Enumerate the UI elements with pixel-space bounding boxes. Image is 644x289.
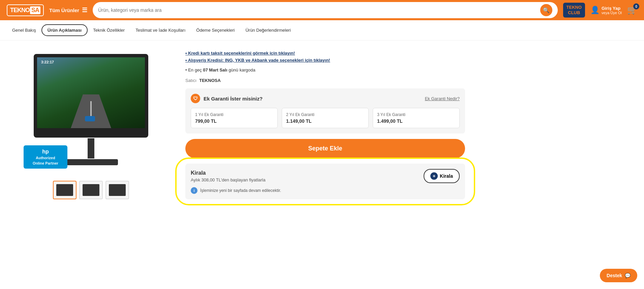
thumb-inner-3 bbox=[109, 184, 126, 196]
kirala-title: Kirala bbox=[191, 170, 266, 176]
warranty-title: 🛡 Ek Garanti İster misiniz? bbox=[191, 94, 263, 103]
monitor-game-scene bbox=[37, 57, 145, 128]
seller-label: Satıcı bbox=[185, 78, 196, 83]
tekno-club-line2: CLUB bbox=[568, 10, 580, 15]
shield-icon: 🛡 bbox=[191, 94, 200, 103]
logo-tekno: TEKNO bbox=[10, 7, 30, 14]
logo-sa: SA bbox=[30, 6, 40, 14]
warranty-3yr-price: 1.499,00 TL bbox=[377, 118, 455, 124]
monitor-stand-base bbox=[64, 159, 118, 165]
kirala-info: i İşleminize yeni bir sayfada devam edil… bbox=[191, 187, 460, 194]
search-input[interactable] bbox=[98, 7, 537, 13]
shopping-credit-link[interactable]: • Alışveriş Kredisi: ING, YKB ve Akbank … bbox=[185, 58, 465, 63]
search-button[interactable]: 🔍 bbox=[540, 4, 552, 16]
warranty-header: 🛡 Ek Garanti İster misiniz? Ek Garanti N… bbox=[191, 94, 460, 103]
logo[interactable]: TEKNOSA bbox=[7, 4, 44, 16]
main-content: 3:22:17 hp Authorized Online Partner bbox=[0, 40, 472, 211]
warranty-1yr-price: 799,00 TL bbox=[195, 118, 273, 124]
kirala-top: Kirala Aylık 308,00 TL'den başlayan fiya… bbox=[191, 169, 460, 183]
all-products-label: Tüm Ürünler bbox=[49, 7, 79, 13]
search-bar: 🔍 bbox=[93, 2, 557, 18]
kirala-button[interactable]: + Kirala bbox=[424, 169, 460, 183]
hamburger-icon: ☰ bbox=[82, 6, 87, 14]
add-to-cart-button[interactable]: Sepete Ekle bbox=[185, 139, 465, 158]
kirala-box: Kirala Aylık 308,00 TL'den başlayan fiya… bbox=[185, 164, 465, 199]
thumbnail-3[interactable] bbox=[105, 181, 129, 199]
subnav-genel-bakis[interactable]: Genel Bakış bbox=[7, 25, 41, 35]
thumbnail-2[interactable] bbox=[79, 181, 103, 199]
user-icon: 👤 bbox=[590, 6, 600, 15]
login-text: Giriş Yap veya Üye Ol bbox=[602, 6, 622, 15]
kirala-btn-label: Kirala bbox=[440, 173, 453, 179]
thumbnail-1[interactable] bbox=[53, 181, 76, 199]
info-icon: i bbox=[191, 187, 197, 194]
warranty-3yr-label: 3 Yıl Ek Garanti bbox=[377, 112, 455, 117]
warranty-link[interactable]: Ek Garanti Nedir? bbox=[425, 96, 460, 101]
monitor-bezel-bottom bbox=[34, 131, 148, 138]
warranty-options: 1 Yıl Ek Garanti 799,00 TL 2 Yıl Ek Gara… bbox=[191, 108, 460, 128]
login-sub: veya Üye Ol bbox=[602, 11, 622, 15]
payment-links: • Kredi kartı taksit seçeneklerini görme… bbox=[185, 51, 465, 63]
subnav: Genel Bakış Ürün Açıklaması Teknik Özell… bbox=[0, 20, 644, 40]
login-label: Giriş Yap bbox=[602, 6, 622, 11]
tekno-club-badge[interactable]: TEKNO CLUB bbox=[563, 3, 585, 17]
product-image-wrapper: 3:22:17 hp Authorized Online Partner bbox=[20, 47, 162, 175]
kirala-left: Kirala Aylık 308,00 TL'den başlayan fiya… bbox=[191, 170, 266, 182]
kirala-info-text: İşleminize yeni bir sayfada devam edilec… bbox=[200, 188, 281, 193]
subnav-odeme[interactable]: Ödeme Seçenekleri bbox=[191, 25, 240, 35]
seller-row: Satıcı TEKNOSA bbox=[185, 78, 465, 83]
product-thumbnails bbox=[53, 181, 129, 199]
cart-badge: 0 bbox=[633, 3, 639, 9]
product-info: • Kredi kartı taksit seçeneklerini görme… bbox=[185, 47, 465, 205]
subnav-degerlendirme[interactable]: Ürün Değerlendirmeleri bbox=[240, 25, 296, 35]
subnav-urun-aciklama[interactable]: Ürün Açıklaması bbox=[41, 24, 88, 36]
delivery-suffix: günü kargoda bbox=[227, 67, 255, 73]
warranty-option-3yr[interactable]: 3 Yıl Ek Garanti 1.499,00 TL bbox=[373, 108, 460, 128]
subnav-teslimat[interactable]: Teslimat ve İade Koşulları bbox=[130, 25, 191, 35]
login-area[interactable]: 👤 Giriş Yap veya Üye Ol bbox=[590, 6, 622, 15]
monitor-image: 3:22:17 hp Authorized Online Partner bbox=[24, 54, 158, 169]
header: TEKNOSA Tüm Ürünler ☰ 🔍 TEKNO CLUB 👤 Gir… bbox=[0, 0, 644, 20]
warranty-option-2yr[interactable]: 2 Yıl Ek Garanti 1.149,00 TL bbox=[282, 108, 369, 128]
thumb-inner-2 bbox=[83, 184, 99, 196]
warranty-title-text: Ek Garanti İster misiniz? bbox=[204, 96, 263, 102]
warranty-box: 🛡 Ek Garanti İster misiniz? Ek Garanti N… bbox=[185, 88, 465, 134]
kirala-btn-icon: + bbox=[430, 172, 438, 180]
hp-logo: hp bbox=[28, 148, 63, 155]
header-right: 👤 Giriş Yap veya Üye Ol 🛒 0 bbox=[590, 5, 637, 15]
warranty-1yr-label: 1 Yıl Ek Garanti bbox=[195, 112, 273, 117]
delivery-date: 07 Mart Salı bbox=[203, 67, 227, 73]
warranty-2yr-label: 2 Yıl Ek Garanti bbox=[286, 112, 364, 117]
monitor-stand-neck bbox=[88, 138, 94, 158]
monitor-time: 3:22:17 bbox=[41, 60, 54, 64]
seller-name: TEKNOSA bbox=[199, 78, 221, 83]
car-graphic bbox=[85, 116, 95, 121]
road-graphic bbox=[71, 94, 111, 128]
delivery-prefix: • En geç bbox=[185, 67, 203, 73]
product-image-section: 3:22:17 hp Authorized Online Partner bbox=[7, 47, 175, 205]
delivery-info: • En geç 07 Mart Salı günü kargoda bbox=[185, 67, 465, 73]
hp-badge-line1: Authorized bbox=[36, 156, 55, 160]
monitor-screen: 3:22:17 bbox=[34, 54, 148, 132]
subnav-teknik-ozellikler[interactable]: Teknik Özellikler bbox=[88, 25, 130, 35]
all-products-menu[interactable]: Tüm Ürünler ☰ bbox=[49, 6, 87, 14]
credit-card-link[interactable]: • Kredi kartı taksit seçeneklerini görme… bbox=[185, 51, 465, 56]
hp-badge: hp Authorized Online Partner bbox=[24, 145, 67, 169]
warranty-option-1yr[interactable]: 1 Yıl Ek Garanti 799,00 TL bbox=[191, 108, 278, 128]
kirala-container: Kirala Aylık 308,00 TL'den başlayan fiya… bbox=[185, 164, 465, 199]
kirala-subtitle: Aylık 308,00 TL'den başlayan fiyatlarla bbox=[191, 177, 266, 182]
hp-badge-line2: Online Partner bbox=[33, 161, 58, 165]
tekno-club-line1: TEKNO bbox=[566, 5, 582, 10]
warranty-2yr-price: 1.149,00 TL bbox=[286, 118, 364, 124]
thumb-inner-1 bbox=[56, 184, 73, 196]
cart-area[interactable]: 🛒 0 bbox=[627, 5, 637, 15]
